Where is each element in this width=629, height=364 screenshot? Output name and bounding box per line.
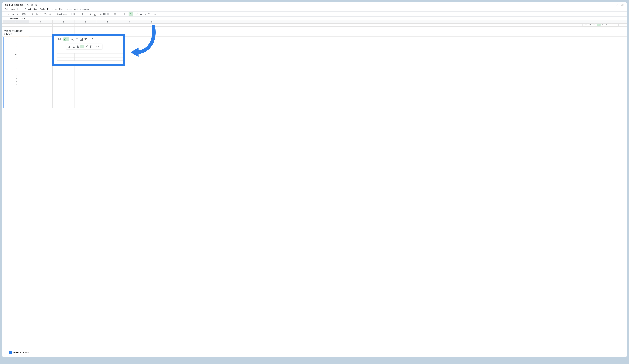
menu-extensions[interactable]: Extensions bbox=[46, 7, 58, 11]
callout-rotation-popup: A A 0°▼ bbox=[66, 44, 102, 49]
move-folder-icon[interactable] bbox=[31, 4, 33, 6]
column-headers: B C D E F G H bbox=[2, 20, 627, 23]
callout-rotation-stack-icon[interactable]: A bbox=[80, 45, 84, 48]
merge-cells-icon[interactable]: ▼ bbox=[107, 12, 111, 16]
undo-icon[interactable] bbox=[3, 12, 7, 16]
callout-rotation-tilt-down-icon[interactable] bbox=[76, 45, 80, 48]
menu-insert[interactable]: Insert bbox=[16, 7, 23, 11]
fill-color-icon[interactable] bbox=[99, 12, 102, 16]
watermark-text: TEMPLATE.NET bbox=[13, 351, 29, 354]
font-select[interactable]: Default (Ari...▼ bbox=[56, 12, 71, 16]
cloud-status-icon[interactable] bbox=[35, 4, 38, 6]
callout-rotation-degrees[interactable]: 0°▼ bbox=[93, 46, 101, 48]
text-rotation-button[interactable]: ▼ bbox=[129, 12, 133, 16]
star-icon[interactable] bbox=[26, 4, 29, 6]
col-head-b[interactable]: B bbox=[3, 20, 29, 23]
text-wrap-icon[interactable]: ▼ bbox=[123, 12, 128, 16]
watermark-badge-icon: T bbox=[9, 351, 11, 354]
callout-rotation-rotate-down-icon[interactable] bbox=[89, 45, 93, 48]
bold-button[interactable]: B bbox=[81, 12, 85, 16]
menu-bar: Edit View Insert Format Data Tools Exten… bbox=[2, 7, 627, 11]
print-icon[interactable] bbox=[11, 12, 15, 16]
zoom-select[interactable]: 100%▼ bbox=[21, 12, 29, 16]
callout-text-rotation-button[interactable]: ▼ bbox=[63, 37, 69, 41]
comment-history-icon[interactable] bbox=[621, 4, 624, 6]
title-bar: mple Spreadsheet bbox=[2, 2, 627, 7]
menu-edit[interactable]: Edit bbox=[3, 7, 9, 11]
fx-label: fx bbox=[2, 16, 9, 20]
selected-cell-content[interactable]: First Week of June bbox=[3, 36, 29, 108]
svg-point-8 bbox=[101, 14, 101, 15]
col-head-g[interactable]: G bbox=[119, 20, 141, 23]
watermark: T TEMPLATE.NET bbox=[9, 351, 29, 354]
vertical-align-icon[interactable]: ▼ bbox=[118, 12, 123, 16]
toolbar-separator bbox=[80, 13, 80, 15]
insert-chart-icon[interactable] bbox=[143, 12, 147, 16]
svg-text:A: A bbox=[69, 45, 70, 47]
insert-link-icon[interactable] bbox=[135, 12, 139, 16]
percent-button[interactable]: % bbox=[35, 12, 39, 16]
svg-rect-12 bbox=[108, 13, 108, 15]
app-frame: mple Spreadsheet Edit View Insert Forma bbox=[2, 2, 627, 357]
decrease-decimal-icon[interactable]: .0← bbox=[39, 12, 43, 16]
svg-rect-7 bbox=[17, 13, 18, 14]
callout-comment-icon[interactable] bbox=[75, 37, 79, 41]
increase-decimal-icon[interactable]: .00→ bbox=[43, 12, 47, 16]
callout-filter-icon[interactable]: ▼ bbox=[84, 37, 89, 41]
toolbar-separator bbox=[71, 13, 72, 15]
functions-icon[interactable]: Σ▼ bbox=[154, 12, 158, 16]
callout-rotation-rotate-up-icon[interactable] bbox=[85, 45, 89, 48]
horizontal-align-icon[interactable]: ▼ bbox=[113, 12, 118, 16]
callout-rotation-none-icon[interactable]: A bbox=[67, 45, 71, 48]
redo-icon[interactable] bbox=[7, 12, 11, 16]
main-toolbar: 100%▼ $ % .0← .00→ 123▼ Default (Ari...▼… bbox=[2, 11, 627, 16]
menu-tools[interactable]: Tools bbox=[39, 7, 46, 11]
col-head-d[interactable]: D bbox=[53, 20, 75, 23]
svg-text:A: A bbox=[82, 46, 84, 47]
callout-toolbar: ▼ ▼ ▼ ▼ Σ▼ bbox=[54, 36, 123, 43]
annotation-arrow-icon bbox=[129, 25, 156, 63]
number-format-select[interactable]: 123▼ bbox=[48, 12, 54, 16]
italic-button[interactable]: I bbox=[85, 12, 89, 16]
strikethrough-button[interactable]: S bbox=[89, 12, 93, 16]
formula-input[interactable]: First Week of June bbox=[9, 17, 25, 19]
toolbar-separator bbox=[20, 13, 20, 15]
svg-marker-42 bbox=[131, 48, 139, 57]
col-head-c[interactable]: C bbox=[29, 20, 53, 23]
col-head-e[interactable]: E bbox=[75, 20, 97, 23]
currency-button[interactable]: $ bbox=[31, 12, 35, 16]
col-head-h[interactable]: H bbox=[141, 20, 163, 23]
document-title[interactable]: mple Spreadsheet bbox=[4, 3, 25, 6]
callout-functions-icon[interactable]: Σ▼ bbox=[91, 37, 95, 41]
menu-help[interactable]: Help bbox=[58, 7, 64, 11]
svg-marker-0 bbox=[27, 4, 29, 6]
last-edit-link[interactable]: Last edit was 2 minutes ago bbox=[66, 8, 89, 10]
filter-icon[interactable]: ▼ bbox=[147, 12, 152, 16]
callout-chart-icon[interactable] bbox=[79, 37, 83, 41]
svg-rect-1 bbox=[621, 4, 623, 6]
col-head-f[interactable]: F bbox=[97, 20, 119, 23]
callout-link-icon[interactable] bbox=[71, 37, 75, 41]
callout-text-wrap-icon[interactable]: ▼ bbox=[57, 37, 63, 41]
text-color-button[interactable]: A bbox=[93, 12, 97, 16]
callout-rotation-tilt-up-icon[interactable] bbox=[72, 45, 76, 48]
paint-format-icon[interactable] bbox=[16, 12, 19, 16]
formula-bar: fx First Week of June bbox=[2, 16, 627, 20]
insert-comment-icon[interactable] bbox=[139, 12, 143, 16]
title-cell[interactable]: Weekly Budget Sheet bbox=[3, 26, 29, 36]
svg-rect-13 bbox=[109, 13, 109, 15]
font-size-select[interactable]: 10▼ bbox=[72, 12, 79, 16]
borders-icon[interactable] bbox=[103, 12, 106, 16]
col-head-rest[interactable] bbox=[163, 20, 190, 23]
callout-box: ▼ ▼ ▼ ▼ Σ▼ A A 0°▼ bbox=[52, 34, 125, 66]
menu-data[interactable]: Data bbox=[32, 7, 39, 11]
activity-icon[interactable] bbox=[616, 4, 619, 6]
menu-view[interactable]: View bbox=[9, 7, 16, 11]
menu-format[interactable]: Format bbox=[23, 7, 32, 11]
